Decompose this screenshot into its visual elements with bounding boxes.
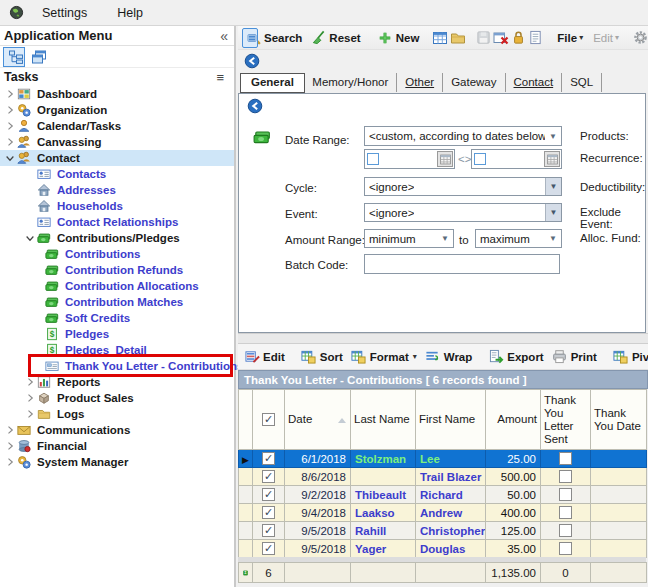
grid-edit-button[interactable]: Edit bbox=[241, 347, 288, 367]
col-header-date[interactable]: Date bbox=[285, 390, 351, 450]
tree-item-thank-you-letter-contributions[interactable]: Thank You Letter - Contributions bbox=[0, 358, 234, 374]
cell-letter-sent[interactable] bbox=[541, 522, 591, 540]
cell-last-name[interactable]: Rahill bbox=[351, 522, 416, 540]
cell-thank-you-date[interactable] bbox=[591, 504, 647, 522]
select-all-checkbox[interactable] bbox=[262, 413, 275, 426]
row-selector[interactable]: ▶ bbox=[239, 450, 253, 468]
tree-item-logs[interactable]: Logs bbox=[0, 406, 234, 422]
cell-letter-sent[interactable] bbox=[541, 450, 591, 468]
save-icon[interactable] bbox=[476, 30, 491, 46]
expand-chevron-icon[interactable] bbox=[3, 119, 17, 133]
expand-chevron-icon[interactable] bbox=[3, 423, 17, 437]
row-select-cell[interactable] bbox=[253, 450, 285, 468]
grid-row[interactable]: 9/4/2018 Laakso Andrew 400.00 bbox=[239, 504, 647, 522]
expand-chevron-icon[interactable] bbox=[23, 391, 37, 405]
expand-chevron-icon[interactable] bbox=[23, 407, 37, 421]
cell-amount[interactable]: 25.00 bbox=[486, 450, 541, 468]
tree-item-contact-relationships[interactable]: Contact Relationships bbox=[0, 214, 234, 230]
row-selector[interactable] bbox=[239, 468, 253, 486]
cell-first-name[interactable]: Andrew bbox=[416, 504, 486, 522]
cell-amount[interactable]: 400.00 bbox=[486, 504, 541, 522]
cell-thank-you-date[interactable] bbox=[591, 450, 647, 468]
letter-sent-checkbox[interactable] bbox=[559, 470, 572, 483]
row-selector[interactable] bbox=[239, 540, 253, 558]
grid-export-button[interactable]: Export bbox=[485, 347, 546, 367]
edit-menu[interactable]: Edit ▾ bbox=[589, 30, 623, 46]
grid-row[interactable]: 9/5/2018 Rahill Christopher 125.00 bbox=[239, 522, 647, 540]
tree-item-contribution-matches[interactable]: Contribution Matches bbox=[0, 294, 234, 310]
col-header-last-name[interactable]: Last Name bbox=[351, 390, 416, 450]
cell-letter-sent[interactable] bbox=[541, 504, 591, 522]
row-checkbox[interactable] bbox=[262, 488, 275, 501]
date-from-field[interactable] bbox=[364, 149, 455, 169]
expand-chevron-icon[interactable] bbox=[3, 87, 17, 101]
cell-last-name[interactable]: Laakso bbox=[351, 504, 416, 522]
cell-date[interactable]: 9/5/2018 bbox=[285, 540, 351, 558]
new-button[interactable]: New bbox=[374, 28, 423, 48]
row-selector[interactable] bbox=[239, 504, 253, 522]
tree-item-soft-credits[interactable]: Soft Credits bbox=[0, 310, 234, 326]
amount-min-select[interactable]: minimum ▼ bbox=[364, 229, 454, 248]
tab-contact[interactable]: Contact bbox=[506, 73, 563, 92]
select-all-header[interactable] bbox=[253, 390, 285, 450]
tree-item-communications[interactable]: Communications bbox=[0, 422, 234, 438]
cell-first-name[interactable]: Lee bbox=[416, 450, 486, 468]
cascade-view-icon[interactable] bbox=[28, 47, 50, 66]
col-header-thank-you-date[interactable]: Thank You Date bbox=[591, 390, 647, 450]
cell-amount[interactable]: 500.00 bbox=[486, 468, 541, 486]
collapse-sidebar-icon[interactable]: « bbox=[220, 28, 228, 44]
collapse-chevron-icon[interactable] bbox=[23, 231, 37, 245]
tree-item-contact[interactable]: Contact bbox=[0, 150, 234, 166]
date-to-field[interactable] bbox=[471, 149, 562, 169]
collapse-section-icon[interactable] bbox=[247, 98, 263, 114]
grid-pivot-button[interactable]: Pivot bbox=[610, 347, 648, 367]
row-selector[interactable] bbox=[239, 486, 253, 504]
date-range-select[interactable]: <custom, according to dates below> ▼ bbox=[364, 126, 562, 146]
grid-print-button[interactable]: Print bbox=[549, 347, 600, 367]
tree-item-organization[interactable]: Organization bbox=[0, 102, 234, 118]
tree-item-calendar-tasks[interactable]: Calendar/Tasks bbox=[0, 118, 234, 134]
cell-date[interactable]: 6/1/2018 bbox=[285, 450, 351, 468]
cell-first-name[interactable]: Trail Blazer bbox=[416, 468, 486, 486]
cell-letter-sent[interactable] bbox=[541, 540, 591, 558]
tab-gateway[interactable]: Gateway bbox=[443, 73, 505, 92]
tasks-menu-icon[interactable]: ≡ bbox=[216, 70, 224, 85]
cell-last-name[interactable]: Yager bbox=[351, 540, 416, 558]
settings-gear-icon[interactable] bbox=[633, 30, 648, 46]
calendar-picker-icon[interactable] bbox=[437, 151, 453, 167]
date-from-checkbox[interactable] bbox=[367, 153, 379, 165]
tree-item-system-manager[interactable]: System Manager bbox=[0, 454, 234, 470]
cell-last-name[interactable]: Thibeault bbox=[351, 486, 416, 504]
cell-amount[interactable]: 35.00 bbox=[486, 540, 541, 558]
date-to-checkbox[interactable] bbox=[474, 153, 486, 165]
lock-icon[interactable] bbox=[511, 30, 526, 46]
cell-amount[interactable]: 125.00 bbox=[486, 522, 541, 540]
col-header-thank-you-letter-sent[interactable]: Thank You Letter Sent bbox=[541, 390, 591, 450]
grid-view-icon[interactable] bbox=[432, 30, 448, 46]
col-header-first-name[interactable]: First Name bbox=[416, 390, 486, 450]
cell-thank-you-date[interactable] bbox=[591, 540, 647, 558]
tree-item-dashboard[interactable]: Dashboard bbox=[0, 86, 234, 102]
row-checkbox[interactable] bbox=[262, 524, 275, 537]
cell-thank-you-date[interactable] bbox=[591, 468, 647, 486]
collapse-chevron-icon[interactable] bbox=[3, 151, 17, 165]
row-select-cell[interactable] bbox=[253, 504, 285, 522]
row-select-cell[interactable] bbox=[253, 522, 285, 540]
tab-other[interactable]: Other bbox=[397, 73, 443, 92]
tab-sql[interactable]: SQL bbox=[562, 73, 602, 92]
delete-record-icon[interactable] bbox=[493, 30, 509, 46]
cell-letter-sent[interactable] bbox=[541, 486, 591, 504]
tree-item-canvassing[interactable]: Canvassing bbox=[0, 134, 234, 150]
grid-format-button[interactable]: Format ▾ bbox=[348, 347, 420, 367]
calendar-picker-icon[interactable] bbox=[544, 151, 560, 167]
row-checkbox[interactable] bbox=[262, 542, 275, 555]
open-folder-icon[interactable] bbox=[450, 30, 466, 46]
letter-sent-checkbox[interactable] bbox=[559, 452, 572, 465]
tree-item-reports[interactable]: Reports bbox=[0, 374, 234, 390]
tree-item-contribution-refunds[interactable]: Contribution Refunds bbox=[0, 262, 234, 278]
file-menu[interactable]: File ▾ bbox=[553, 30, 587, 46]
expand-chevron-icon[interactable] bbox=[3, 135, 17, 149]
event-select[interactable]: <ignore> ▼ bbox=[364, 203, 562, 222]
cell-thank-you-date[interactable] bbox=[591, 522, 647, 540]
expand-chevron-icon[interactable] bbox=[3, 103, 17, 117]
